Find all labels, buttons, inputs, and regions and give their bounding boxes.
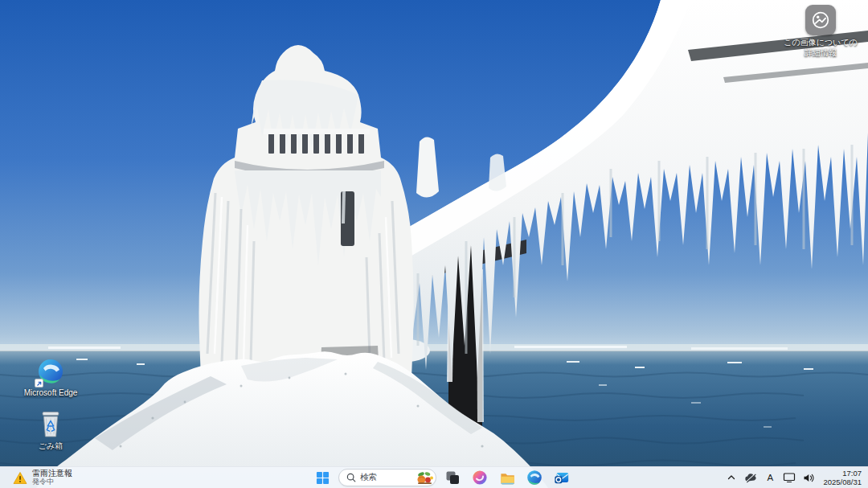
recycle-bin-icon bbox=[39, 410, 63, 439]
shortcut-arrow-icon bbox=[35, 379, 43, 388]
windows-desktop: この画像についての 詳細情報 Microsoft Edge bbox=[0, 0, 868, 488]
ime-mode-button[interactable]: A bbox=[762, 468, 778, 487]
clock-button[interactable]: 17:07 2025/08/31 bbox=[820, 469, 865, 486]
copilot-button[interactable] bbox=[469, 468, 491, 487]
file-explorer-icon bbox=[499, 470, 516, 486]
ime-mode-letter: A bbox=[768, 473, 774, 482]
taskbar: 雷雨注意報 発令中 検索 bbox=[0, 466, 868, 488]
windows-logo-icon bbox=[316, 471, 330, 485]
weather-alert-status: 発令中 bbox=[32, 478, 72, 486]
file-explorer-button[interactable] bbox=[496, 468, 518, 487]
warning-triangle-icon bbox=[13, 471, 27, 485]
cloud-slash-icon bbox=[744, 473, 757, 483]
search-placeholder: 検索 bbox=[360, 472, 411, 483]
spotlight-label: この画像についての 詳細情報 bbox=[784, 38, 858, 58]
start-button[interactable] bbox=[311, 468, 334, 487]
search-highlight-seasonal-icon[interactable] bbox=[415, 470, 434, 485]
search-box[interactable]: 検索 bbox=[338, 469, 436, 486]
wallpaper-frozen-lighthouse bbox=[0, 0, 868, 488]
weather-alert-text: 雷雨注意報 発令中 bbox=[32, 470, 72, 486]
outlook-icon bbox=[554, 470, 570, 486]
clock-date: 2025/08/31 bbox=[823, 478, 862, 486]
task-view-button[interactable] bbox=[441, 468, 464, 487]
edge-taskbar-button[interactable] bbox=[523, 468, 546, 487]
desktop-icon-label: ごみ箱 bbox=[39, 441, 63, 451]
copilot-icon bbox=[472, 470, 488, 486]
taskbar-center-group: 検索 bbox=[311, 467, 573, 488]
chevron-up-icon bbox=[727, 473, 736, 482]
desktop-icon-microsoft-edge[interactable]: Microsoft Edge bbox=[19, 357, 82, 398]
widgets-weather-button[interactable]: 雷雨注意報 発令中 bbox=[8, 467, 77, 488]
search-icon bbox=[346, 473, 356, 482]
spotlight-picture-icon[interactable] bbox=[805, 5, 836, 35]
ethernet-network-icon bbox=[783, 472, 796, 483]
task-view-icon bbox=[444, 470, 461, 486]
weather-alert-title: 雷雨注意報 bbox=[32, 470, 72, 478]
onedrive-status-button[interactable] bbox=[743, 468, 759, 487]
system-tray: A 17:07 2025/08/31 bbox=[723, 467, 865, 488]
spotlight-info-widget[interactable]: この画像についての 詳細情報 bbox=[776, 5, 865, 58]
desktop-icon-label: Microsoft Edge bbox=[24, 388, 78, 398]
landscape-icon bbox=[811, 10, 830, 30]
desktop-icon-recycle-bin[interactable]: ごみ箱 bbox=[19, 410, 82, 451]
edge-icon bbox=[526, 470, 542, 486]
speaker-icon bbox=[803, 473, 815, 483]
tray-overflow-button[interactable] bbox=[723, 468, 739, 487]
outlook-button[interactable] bbox=[551, 468, 573, 487]
volume-button[interactable] bbox=[800, 468, 817, 487]
clock-time: 17:07 bbox=[842, 469, 862, 478]
network-button[interactable] bbox=[781, 468, 797, 487]
